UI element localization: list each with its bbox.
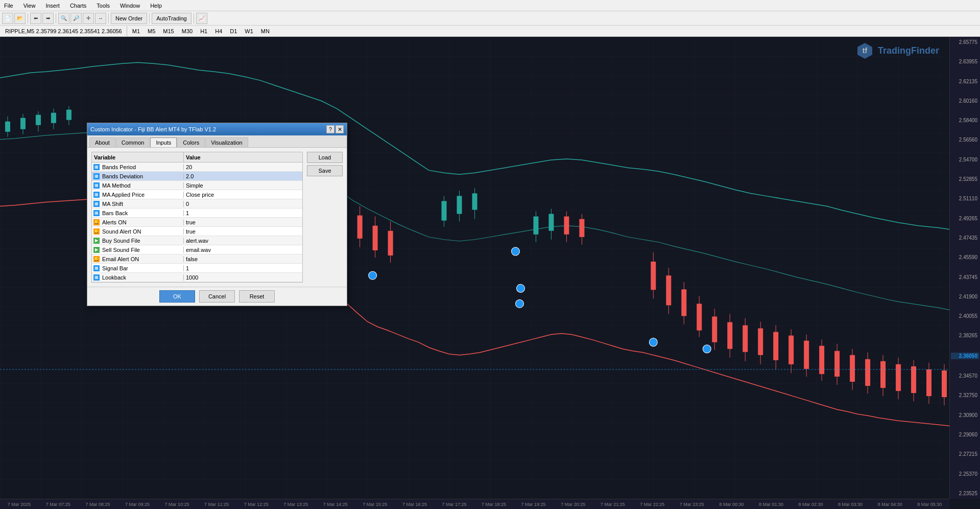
row-icon-6: 🔔 [92, 218, 101, 227]
orange-bell-icon-10: 🔔 [93, 256, 100, 262]
row-sell-sound-file[interactable]: ▶ Sell Sound File email.wav [92, 245, 302, 254]
row-value-0[interactable]: 20 [184, 164, 302, 170]
svg-rect-63 [834, 351, 840, 377]
row-bands-period[interactable]: ▦ Bands Period 20 [92, 163, 302, 172]
row-value-10[interactable]: false [184, 256, 302, 262]
load-button[interactable]: Load [307, 152, 343, 163]
time-1: 7 Mar 07:25 [46, 502, 70, 507]
tab-inputs[interactable]: Inputs [150, 137, 177, 147]
tf-m30[interactable]: M30 [178, 27, 196, 36]
save-button[interactable]: Save [307, 165, 343, 176]
tf-m15[interactable]: M15 [159, 27, 177, 36]
toolbar-sep-2 [56, 13, 56, 24]
row-icon-9: ▶ [92, 245, 101, 254]
toolbar-new-btn[interactable]: 📄 [2, 13, 13, 24]
row-icon-7: 🔔 [92, 227, 101, 236]
row-alerts-on[interactable]: 🔔 Alerts ON true [92, 218, 302, 227]
svg-rect-77 [942, 371, 947, 397]
blue-chart-icon-4: ▦ [93, 201, 100, 207]
tf-h4[interactable]: H4 [211, 27, 226, 36]
row-bands-deviation[interactable]: ▦ Bands Deviation 2.0 [92, 172, 302, 181]
toolbar-crosshair-btn[interactable]: ✛ [83, 13, 94, 24]
col-header-value: Value [184, 152, 302, 162]
toolbar-chart-scroll-btn[interactable]: ↔ [95, 13, 106, 24]
menu-view[interactable]: View [21, 3, 38, 9]
svg-rect-31 [533, 217, 538, 235]
toolbar-zoom-out-btn[interactable]: 🔎 [70, 13, 82, 24]
ok-button[interactable]: OK [159, 290, 195, 303]
row-value-1[interactable]: 2.0 [184, 173, 302, 179]
tf-logo-icon: tf [856, 42, 874, 60]
row-buy-sound-file[interactable]: ▶ Buy Sound File alert.wav [92, 236, 302, 245]
indicator-dialog[interactable]: Custom Indicator - Fiji BB Alert MT4 by … [87, 123, 347, 306]
row-sound-alert-on[interactable]: 🔔 Sound Alert ON true [92, 227, 302, 236]
dialog-bottom-buttons: OK Cancel Reset [87, 287, 347, 306]
dialog-titlebar[interactable]: Custom Indicator - Fiji BB Alert MT4 by … [87, 123, 347, 135]
cancel-button[interactable]: Cancel [199, 290, 235, 303]
row-value-7[interactable]: true [184, 228, 302, 235]
toolbar-back-btn[interactable]: ⬅ [30, 13, 41, 24]
price-axis: 2.65775 2.63955 2.62135 2.60160 2.58400 … [949, 37, 980, 499]
tf-mn[interactable]: MN [257, 27, 273, 36]
time-21: 8 Mar 03:30 [838, 502, 863, 507]
row-value-12[interactable]: 1000 [184, 274, 302, 281]
row-value-5[interactable]: 1 [184, 210, 302, 216]
menu-insert[interactable]: Insert [43, 3, 62, 9]
row-signal-bar[interactable]: ▦ Signal Bar 1 [92, 264, 302, 273]
orange-bell-icon-6: 🔔 [93, 219, 100, 225]
blue-chart-icon-5: ▦ [93, 210, 100, 216]
toolbar-zoom-in-btn[interactable]: 🔍 [58, 13, 69, 24]
tf-h1[interactable]: H1 [197, 27, 211, 36]
svg-text:tf: tf [863, 47, 868, 55]
row-value-11[interactable]: 1 [184, 265, 302, 271]
time-19: 8 Mar 01:30 [759, 502, 783, 507]
svg-rect-59 [804, 341, 809, 369]
row-value-8[interactable]: alert.wav [184, 238, 302, 244]
tab-colors[interactable]: Colors [177, 137, 205, 147]
row-icon-10: 🔔 [92, 254, 101, 264]
time-7: 7 Mar 13:25 [283, 502, 308, 507]
row-value-3[interactable]: Close price [184, 192, 302, 198]
svg-point-81 [515, 299, 523, 308]
tab-about[interactable]: About [89, 137, 115, 147]
toolbar-sep-3 [108, 13, 109, 24]
svg-rect-7 [36, 115, 41, 125]
toolbar-forward-btn[interactable]: ➡ [42, 13, 54, 24]
tf-w1[interactable]: W1 [241, 27, 257, 36]
tf-sep [127, 26, 127, 36]
row-ma-shift[interactable]: ▦ MA Shift 0 [92, 199, 302, 209]
toolbar-open-btn[interactable]: 📂 [14, 13, 26, 24]
row-value-9[interactable]: email.wav [184, 247, 302, 253]
menu-help[interactable]: Help [148, 3, 164, 9]
menu-charts[interactable]: Charts [68, 3, 88, 9]
toolbar-indicators-btn[interactable]: 📈 [196, 13, 207, 24]
dialog-help-button[interactable]: ? [326, 125, 334, 133]
new-order-button[interactable]: New Order [111, 13, 147, 24]
row-bars-back[interactable]: ▦ Bars Back 1 [92, 209, 302, 218]
menu-file[interactable]: File [2, 3, 15, 9]
row-ma-method[interactable]: ▦ MA Method Simple [92, 181, 302, 190]
tab-visualization[interactable]: Visualization [205, 137, 248, 147]
tf-d1[interactable]: D1 [226, 27, 241, 36]
dialog-close-button[interactable]: ✕ [336, 125, 344, 133]
row-value-2[interactable]: Simple [184, 182, 302, 189]
row-name-3: MA Applied Price [101, 192, 184, 198]
price-2-51110: 2.51110 [951, 196, 979, 201]
time-2: 7 Mar 08:25 [85, 502, 110, 507]
reset-button[interactable]: Reset [239, 290, 275, 303]
row-ma-applied-price[interactable]: ▦ MA Applied Price Close price [92, 190, 302, 199]
menu-window[interactable]: Window [118, 3, 142, 9]
row-lookback[interactable]: ▦ Lookback 1000 [92, 273, 302, 282]
row-value-6[interactable]: true [184, 219, 302, 225]
autotrading-button[interactable]: AutoTrading [152, 13, 192, 24]
tf-m1[interactable]: M1 [129, 27, 144, 36]
price-2-54700: 2.54700 [951, 157, 979, 163]
params-table[interactable]: Variable Value ▦ Bands Period 20 ▦ B [91, 152, 303, 283]
row-value-4[interactable]: 0 [184, 201, 302, 207]
menu-tools[interactable]: Tools [94, 3, 112, 9]
row-email-alert-on[interactable]: 🔔 Email Alert ON false [92, 254, 302, 264]
tab-common[interactable]: Common [116, 137, 150, 147]
tf-m5[interactable]: M5 [144, 27, 159, 36]
price-2-41900: 2.41900 [951, 294, 979, 299]
tradingfinder-logo: tf TradingFinder [856, 42, 939, 60]
